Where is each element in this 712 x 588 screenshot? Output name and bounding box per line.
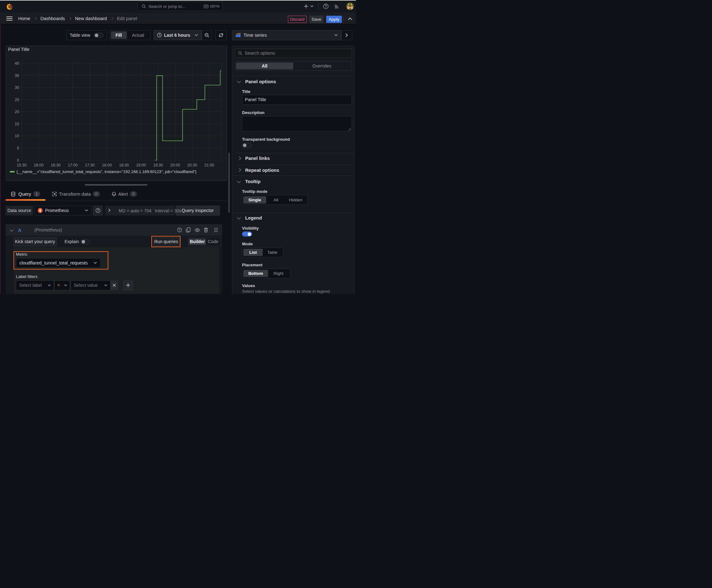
svg-text:0: 0 bbox=[17, 158, 19, 163]
svg-text:{__name__="cloudflared_tunnel_: {__name__="cloudflared_tunnel_total_requ… bbox=[17, 169, 197, 174]
svg-text:20:00: 20:00 bbox=[170, 163, 180, 167]
svg-text:21:00: 21:00 bbox=[204, 163, 214, 167]
svg-text:40: 40 bbox=[15, 61, 19, 66]
svg-text:16:30: 16:30 bbox=[51, 163, 61, 167]
svg-text:18:30: 18:30 bbox=[119, 163, 129, 167]
svg-text:15: 15 bbox=[15, 122, 19, 126]
svg-text:18:00: 18:00 bbox=[102, 163, 112, 167]
svg-text:35: 35 bbox=[15, 74, 19, 78]
svg-text:15:30: 15:30 bbox=[17, 163, 26, 167]
svg-text:25: 25 bbox=[15, 98, 19, 102]
svg-text:5: 5 bbox=[17, 146, 19, 150]
svg-text:19:00: 19:00 bbox=[136, 163, 146, 167]
svg-text:19:30: 19:30 bbox=[153, 163, 163, 167]
svg-text:30: 30 bbox=[15, 85, 19, 90]
svg-text:17:30: 17:30 bbox=[85, 163, 94, 167]
svg-text:20: 20 bbox=[15, 110, 19, 114]
svg-text:20:30: 20:30 bbox=[188, 163, 197, 167]
svg-text:16:00: 16:00 bbox=[34, 163, 43, 167]
svg-text:17:00: 17:00 bbox=[68, 163, 78, 167]
svg-text:10: 10 bbox=[15, 134, 19, 138]
